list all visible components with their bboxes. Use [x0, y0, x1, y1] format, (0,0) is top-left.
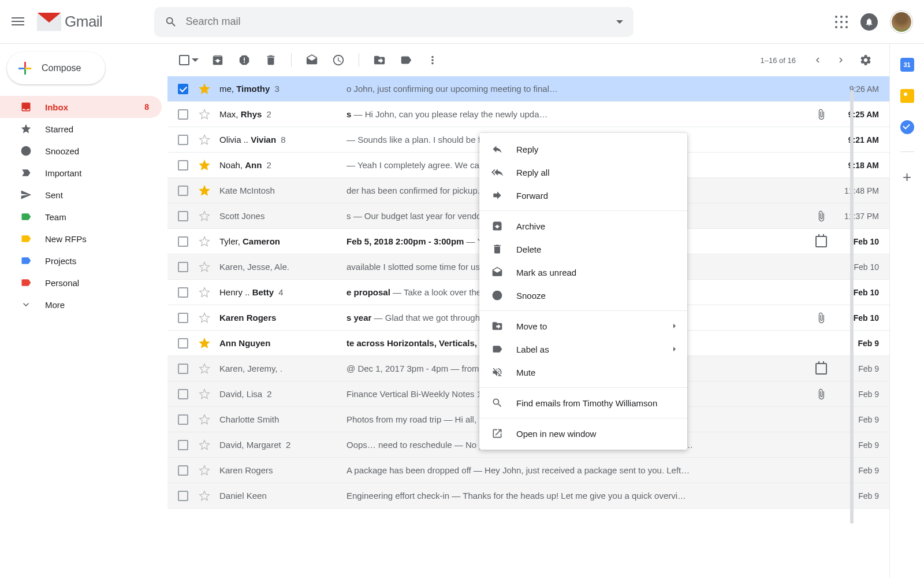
mark-read-button[interactable]: [300, 48, 324, 72]
menu-item-open[interactable]: Open in new window: [479, 422, 687, 445]
nav-item-important[interactable]: Important: [0, 162, 162, 184]
row-checkbox[interactable]: [178, 84, 188, 94]
row-checkbox[interactable]: [178, 313, 188, 323]
menu-divider: [479, 387, 687, 388]
menu-label: Snooze: [516, 291, 676, 301]
menu-item-unread[interactable]: Mark as unread: [479, 261, 687, 284]
scrollbar[interactable]: [850, 90, 854, 524]
star-toggle[interactable]: [199, 236, 210, 247]
star-toggle[interactable]: [199, 134, 210, 146]
star-toggle[interactable]: [199, 210, 210, 222]
nav-item-sent[interactable]: Sent: [0, 184, 162, 206]
nav-item-starred[interactable]: Starred: [0, 118, 162, 140]
nav-item-more[interactable]: More: [0, 294, 162, 316]
row-checkbox[interactable]: [178, 338, 188, 349]
forward-icon: [491, 189, 504, 202]
row-checkbox[interactable]: [178, 440, 188, 450]
notifications-button[interactable]: [860, 13, 878, 31]
google-apps-button[interactable]: [835, 16, 848, 28]
prev-page-button[interactable]: [807, 50, 828, 71]
tasks-addon[interactable]: [900, 120, 914, 134]
email-row[interactable]: Karen RogersA package has been dropped o…: [167, 458, 889, 483]
menu-item-clock[interactable]: Snooze: [479, 284, 687, 307]
row-checkbox[interactable]: [178, 109, 188, 120]
nav-item-personal[interactable]: Personal: [0, 272, 162, 294]
calendar-addon[interactable]: 31: [900, 58, 914, 72]
star-toggle[interactable]: [199, 439, 210, 451]
star-toggle[interactable]: [199, 338, 210, 349]
snooze-button[interactable]: [326, 48, 351, 72]
row-checkbox[interactable]: [178, 236, 188, 247]
row-checkbox[interactable]: [178, 135, 188, 145]
star-toggle[interactable]: [199, 160, 210, 171]
move-to-button[interactable]: [367, 48, 392, 72]
archive-button[interactable]: [206, 48, 230, 72]
star-toggle[interactable]: [199, 388, 210, 400]
labels-button[interactable]: [394, 48, 418, 72]
nav-item-projects[interactable]: Projects: [0, 250, 162, 272]
star-toggle[interactable]: [199, 363, 210, 375]
timestamp: Feb 9: [833, 415, 879, 424]
subject-preview: s — Hi John, can you please relay the ne…: [346, 109, 810, 119]
star-toggle[interactable]: [199, 414, 210, 425]
search-bar[interactable]: [154, 7, 634, 37]
row-checkbox[interactable]: [178, 160, 188, 171]
star-toggle[interactable]: [199, 287, 210, 298]
gmail-icon: [37, 13, 61, 31]
menu-item-reply[interactable]: Reply: [479, 138, 687, 161]
menu-item-archive[interactable]: Archive: [479, 214, 687, 238]
email-row[interactable]: Daniel KeenEngineering effort check-in —…: [167, 483, 889, 509]
star-toggle[interactable]: [199, 83, 210, 95]
menu-item-search[interactable]: Find emails from Timothy Williamson: [479, 391, 687, 414]
account-avatar[interactable]: [891, 11, 912, 33]
select-all-checkbox[interactable]: [179, 55, 199, 65]
plus-icon: [18, 62, 31, 75]
nav-item-new-rfps[interactable]: New RFPs: [0, 228, 162, 250]
menu-item-delete[interactable]: Delete: [479, 238, 687, 261]
main-menu-button[interactable]: [12, 15, 25, 29]
menu-item-label[interactable]: Label as: [479, 338, 687, 361]
settings-button[interactable]: [854, 48, 878, 72]
row-checkbox[interactable]: [178, 211, 188, 221]
menu-item-forward[interactable]: Forward: [479, 184, 687, 207]
row-checkbox[interactable]: [178, 186, 188, 196]
menu-divider: [479, 418, 687, 418]
get-addons-button[interactable]: +: [903, 169, 911, 184]
menu-item-moveto[interactable]: Move to: [479, 314, 687, 338]
nav-item-snoozed[interactable]: Snoozed: [0, 140, 162, 162]
sender: Karen Rogers: [219, 465, 346, 475]
search-input[interactable]: [185, 16, 616, 28]
row-checkbox[interactable]: [178, 364, 188, 374]
star-toggle[interactable]: [199, 109, 210, 120]
nav-item-team[interactable]: Team: [0, 206, 162, 228]
menu-item-mute[interactable]: Mute: [479, 361, 687, 384]
search-options-icon[interactable]: [616, 20, 623, 24]
star-toggle[interactable]: [199, 465, 210, 476]
row-checkbox[interactable]: [178, 491, 188, 501]
submenu-caret-icon: [673, 347, 676, 351]
timestamp: Feb 9: [833, 491, 879, 501]
compose-button[interactable]: Compose: [7, 52, 105, 84]
star-toggle[interactable]: [199, 312, 210, 324]
email-row[interactable]: me, Timothy 3o John, just confirming our…: [167, 76, 889, 102]
menu-item-replyall[interactable]: Reply all: [479, 161, 687, 184]
email-row[interactable]: Max, Rhys 2s — Hi John, can you please r…: [167, 102, 889, 127]
delete-button[interactable]: [259, 48, 283, 72]
more-actions-button[interactable]: [420, 48, 445, 72]
star-toggle[interactable]: [199, 490, 210, 502]
report-spam-button[interactable]: [232, 48, 256, 72]
row-checkbox[interactable]: [178, 262, 188, 272]
next-page-button[interactable]: [830, 50, 851, 71]
menu-label: Forward: [516, 191, 676, 201]
star-toggle[interactable]: [199, 185, 210, 197]
row-checkbox[interactable]: [178, 389, 188, 399]
row-checkbox[interactable]: [178, 287, 188, 298]
row-checkbox[interactable]: [178, 414, 188, 425]
keep-addon[interactable]: [900, 89, 914, 103]
sender: David, Lisa 2: [219, 389, 346, 399]
row-checkbox[interactable]: [178, 465, 188, 476]
gmail-logo[interactable]: Gmail: [37, 13, 102, 31]
star-toggle[interactable]: [199, 261, 210, 273]
timestamp: Feb 10: [833, 262, 879, 272]
nav-item-inbox[interactable]: Inbox8: [0, 96, 162, 118]
